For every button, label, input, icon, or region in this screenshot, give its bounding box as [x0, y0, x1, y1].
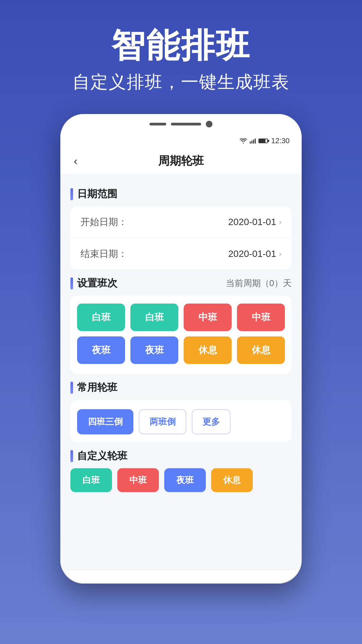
end-date-value-row: 2020-01-01 › [228, 249, 282, 259]
svg-rect-2 [253, 140, 254, 144]
notch-dash2 [171, 123, 201, 125]
common-rotation-title-row: 常用轮班 [70, 381, 117, 394]
common-rotation-label: 常用轮班 [77, 381, 117, 394]
start-date-value: 2020-01-01 [228, 217, 276, 227]
end-date-row[interactable]: 结束日期： 2020-01-01 › [70, 238, 292, 270]
status-time: 12:30 [271, 137, 290, 145]
shift-grid: 白班 白班 中班 中班 夜班 夜班 休息 休息 [77, 304, 285, 364]
bg-header: 智能排班 自定义排班，一键生成班表 [0, 0, 362, 107]
phone-notch-area [60, 114, 302, 134]
end-date-value: 2020-01-01 [228, 249, 276, 259]
shift-btn-bai2[interactable]: 白班 [130, 304, 178, 331]
back-button[interactable]: ‹ [70, 151, 81, 171]
custom-rotation-header: 自定义轮班 [70, 449, 292, 463]
shift-btn-ye2[interactable]: 夜班 [130, 336, 178, 364]
main-title: 智能排班 [0, 27, 362, 64]
custom-rotation-label: 自定义轮班 [77, 449, 127, 463]
custom-btns: 白班 中班 夜班 休息 [70, 468, 292, 492]
shift-btn-ye1[interactable]: 夜班 [77, 336, 125, 364]
battery-icon [258, 139, 268, 143]
phone-notch [149, 121, 213, 127]
start-date-label: 开始日期： [80, 216, 127, 228]
date-range-card: 开始日期： 2020-01-01 › 结束日期： 2020-01-01 › [70, 206, 292, 270]
shift-settings-header: 设置班次 当前周期（0）天 [70, 276, 292, 290]
start-date-row[interactable]: 开始日期： 2020-01-01 › [70, 206, 292, 238]
shift-settings-title-row: 设置班次 [70, 276, 117, 290]
common-btn-2shift[interactable]: 两班倒 [139, 409, 186, 434]
start-date-value-row: 2020-01-01 › [228, 217, 282, 227]
date-range-label: 日期范围 [77, 187, 117, 201]
wifi-icon [240, 138, 247, 144]
svg-rect-0 [250, 142, 251, 144]
common-btn-4shift[interactable]: 四班三倒 [77, 409, 133, 434]
date-range-dot [70, 188, 73, 200]
page-title: 周期轮班 [158, 153, 204, 169]
custom-btn-rest[interactable]: 休息 [211, 468, 253, 492]
start-date-chevron: › [279, 217, 282, 227]
shift-btn-zhong2[interactable]: 中班 [237, 304, 285, 331]
phone-mockup: 12:30 ‹ 周期轮班 日期范围 开始日期： 2020-01-01 [60, 114, 302, 584]
shift-settings-label: 设置班次 [77, 276, 117, 290]
common-rotation-header: 常用轮班 [70, 381, 292, 394]
end-date-label: 结束日期： [80, 248, 127, 260]
common-rotation-dot [70, 382, 73, 394]
custom-btn-ye[interactable]: 夜班 [164, 468, 206, 492]
date-range-title-row: 日期范围 [70, 187, 117, 201]
svg-rect-3 [255, 139, 256, 144]
common-btn-more[interactable]: 更多 [192, 409, 231, 434]
shift-btn-zhong1[interactable]: 中班 [184, 304, 232, 331]
notch-dash1 [149, 123, 166, 125]
custom-rotation-title-row: 自定义轮班 [70, 449, 127, 463]
status-icons [240, 138, 268, 144]
status-bar: 12:30 [60, 134, 302, 148]
signal-icon [250, 138, 256, 144]
shift-card: 白班 白班 中班 中班 夜班 夜班 休息 休息 [70, 296, 292, 374]
common-btns: 四班三倒 两班倒 更多 [77, 409, 285, 434]
end-date-chevron: › [279, 249, 282, 259]
common-rotation-card: 四班三倒 两班倒 更多 [70, 400, 292, 442]
nav-bar: ‹ 周期轮班 [60, 148, 302, 174]
custom-btn-zhong[interactable]: 中班 [117, 468, 159, 492]
notch-camera [206, 121, 213, 127]
battery-fill [259, 139, 265, 143]
shift-btn-bai1[interactable]: 白班 [77, 304, 125, 331]
svg-rect-1 [251, 141, 252, 144]
content-area: 日期范围 开始日期： 2020-01-01 › 结束日期： 2020-01-01… [60, 174, 302, 570]
custom-rotation-dot [70, 450, 73, 462]
shift-btn-rest2[interactable]: 休息 [237, 336, 285, 364]
custom-btn-bai[interactable]: 白班 [70, 468, 112, 492]
custom-section: 白班 中班 夜班 休息 [70, 468, 292, 492]
date-range-header: 日期范围 [70, 187, 292, 201]
shift-settings-dot [70, 277, 73, 289]
shift-btn-rest1[interactable]: 休息 [184, 336, 232, 364]
period-info: 当前周期（0）天 [226, 277, 292, 289]
phone-wrapper: 12:30 ‹ 周期轮班 日期范围 开始日期： 2020-01-01 [0, 114, 362, 584]
main-subtitle: 自定义排班，一键生成班表 [0, 70, 362, 94]
